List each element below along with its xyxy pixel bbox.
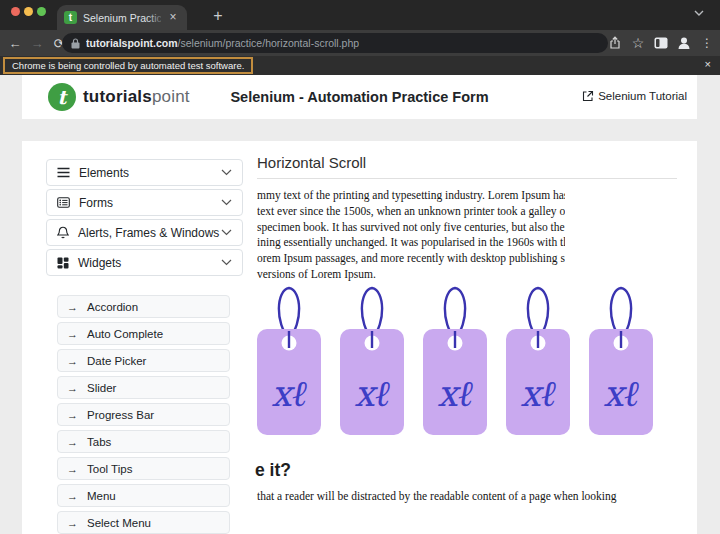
sub-item-label: Auto Complete [87,328,163,340]
web-page: Selenium - Automation Practice Form t tu… [0,75,720,534]
xl-price-tag-image: xℓ [340,282,404,437]
sub-item-label: Slider [87,382,116,394]
svg-text:xℓ: xℓ [520,373,555,414]
sub-item-label: Tabs [87,436,111,448]
browser-window: t Selenium Practice - Horizonta × + ← → … [0,0,720,534]
content-area: Elements Forms [22,141,697,534]
svg-text:xℓ: xℓ [354,373,389,414]
sub-item-label: Tool Tips [87,463,132,475]
arrow-right-icon: → [67,463,78,475]
sidebar-item-forms[interactable]: Forms [46,189,243,216]
chevron-down-icon [221,229,232,236]
subheading-fragment: e it? [255,460,291,481]
tutorialspoint-logo[interactable]: t tutorialspoint [48,83,190,111]
xl-price-tag-image: xℓ [589,282,653,437]
arrow-right-icon: → [67,517,78,529]
selenium-tutorial-link[interactable]: Selenium Tutorial [582,90,687,102]
window-close-button[interactable] [11,7,20,16]
bookmark-star-icon[interactable]: ☆ [629,35,647,51]
forward-icon[interactable]: → [26,36,48,51]
sidebar-item-elements[interactable]: Elements [46,159,243,186]
tag-image-row: xℓ xℓ xℓ [257,282,653,437]
list-icon [57,167,70,178]
automation-infobar: Chrome is being controlled by automated … [0,56,720,75]
logo-mark-icon: t [48,83,76,111]
sidebar-item-label: Elements [79,166,221,180]
sidebar-item-tabs[interactable]: → Tabs [57,430,230,453]
page-header: Selenium - Automation Practice Form t tu… [22,75,697,119]
sidebar-item-menu[interactable]: → Menu [57,484,230,507]
sidebar-item-slider[interactable]: → Slider [57,376,230,399]
url-text: tutorialspoint.com/selenium/practice/hor… [86,37,359,49]
sidebar-item-label: Alerts, Frames & Windows [78,226,221,240]
sub-item-label: Progress Bar [87,409,154,421]
sub-item-label: Menu [87,490,116,502]
svg-text:xℓ: xℓ [603,373,638,414]
paragraph-line: text ever since the 1500s, when an unkno… [257,204,565,220]
arrow-right-icon: → [67,490,78,502]
tab-favicon-icon: t [64,11,77,24]
arrow-right-icon: → [67,328,78,340]
sub-item-label: Accordion [87,301,138,313]
bell-icon [57,226,69,239]
logo-word-bold: tutorials [83,87,152,106]
lock-icon [71,38,80,49]
tab-close-icon[interactable]: × [165,9,181,25]
chevron-down-icon [221,199,232,206]
window-minimize-button[interactable] [24,7,33,16]
tab-search-chevron-icon[interactable] [694,10,704,16]
url-host: tutorialspoint.com [86,37,178,49]
side-panel-icon[interactable] [652,37,670,49]
share-icon[interactable] [606,36,624,50]
back-icon[interactable]: ← [4,36,26,51]
browser-tab[interactable]: t Selenium Practice - Horizonta × [57,5,187,30]
logo-word-light: point [152,87,190,106]
arrow-right-icon: → [67,409,78,421]
menu-kebab-icon[interactable]: ⋮ [698,36,716,50]
sub-item-label: Select Menu [87,517,151,529]
sidebar-item-alerts-frames-windows[interactable]: Alerts, Frames & Windows [46,219,243,246]
lorem-paragraph: mmy text of the printing and typesetting… [257,188,565,283]
infobar-message: Chrome is being controlled by automated … [3,57,253,74]
xl-price-tag-image: xℓ [257,282,321,437]
heading-divider [257,178,677,179]
sidebar-item-date-picker[interactable]: → Date Picker [57,349,230,372]
form-icon [57,197,70,208]
logo-wordmark: tutorialspoint [83,87,190,107]
xl-price-tag-image: xℓ [423,282,487,437]
section-heading: Horizontal Scroll [257,154,366,171]
chevron-down-icon [221,169,232,176]
svg-text:xℓ: xℓ [271,373,306,414]
url-path: /selenium/practice/horizontal-scroll.php [178,37,360,49]
sidebar-item-select-menu[interactable]: → Select Menu [57,511,230,534]
arrow-right-icon: → [67,382,78,394]
grid-icon [57,257,69,269]
sidebar-item-label: Widgets [78,256,221,270]
svg-text:xℓ: xℓ [437,373,472,414]
profile-avatar-icon[interactable] [675,36,693,50]
sidebar-item-widgets[interactable]: Widgets [46,249,243,276]
sidebar-item-auto-complete[interactable]: → Auto Complete [57,322,230,345]
paragraph-line: orem Ipsum passages, and more recently w… [257,251,565,267]
arrow-right-icon: → [67,301,78,313]
selenium-tutorial-label: Selenium Tutorial [598,90,687,102]
tab-title-fade [147,5,165,30]
paragraph-line: ining essentially unchanged. It was popu… [257,235,565,251]
paragraph-line: specimen book. It has survived not only … [257,220,565,236]
sidebar-item-accordion[interactable]: → Accordion [57,295,230,318]
paragraph-line: mmy text of the printing and typesetting… [257,188,565,204]
window-zoom-button[interactable] [37,7,46,16]
infobar-close-icon[interactable]: × [705,58,711,70]
chevron-down-icon [221,259,232,266]
bottom-paragraph-line: that a reader will be distracted by the … [257,490,617,502]
address-bar[interactable]: tutorialspoint.com/selenium/practice/hor… [62,33,608,53]
sidebar-item-tool-tips[interactable]: → Tool Tips [57,457,230,480]
sub-item-label: Date Picker [87,355,146,367]
xl-price-tag-image: xℓ [506,282,570,437]
arrow-right-icon: → [67,436,78,448]
new-tab-button[interactable]: + [208,6,228,26]
sidebar-item-label: Forms [79,196,221,210]
sidebar-item-progress-bar[interactable]: → Progress Bar [57,403,230,426]
paragraph-line: versions of Lorem Ipsum. [257,267,565,283]
tab-strip: t Selenium Practice - Horizonta × + [0,0,720,30]
